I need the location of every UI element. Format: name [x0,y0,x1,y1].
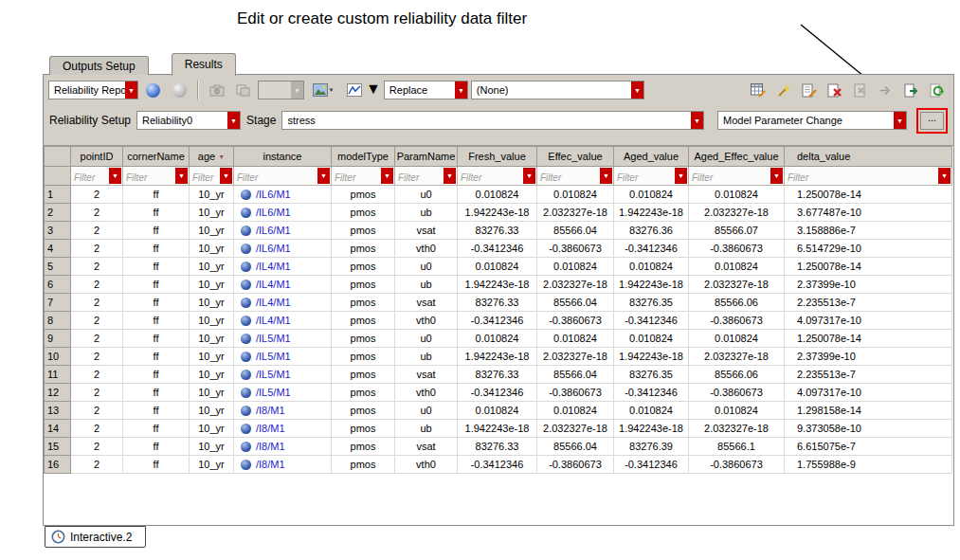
report-type-value[interactable]: Reliability Report [49,81,125,99]
instance-link[interactable]: /IL4/M1 [256,261,291,272]
cell-instance[interactable]: /IL4/M1 [234,258,332,276]
cell-instance[interactable]: /IL4/M1 [234,312,332,330]
filter-dropdown-icon-instance[interactable]: ▼ [317,168,330,184]
cell-instance[interactable]: /IL5/M1 [234,384,332,402]
plot-target-value[interactable]: (None) [472,81,631,99]
instance-link[interactable]: /I8/M1 [256,459,285,470]
cell-cornerName[interactable]: ff [123,420,190,438]
cell-ParamName[interactable]: ub [395,276,458,294]
filter-dropdown-icon-age[interactable]: ▼ [220,168,232,184]
cell-Effec_value[interactable]: 0.010824 [537,402,614,420]
cell-pointID[interactable]: 2 [71,420,123,438]
cell-modelType[interactable]: pmos [332,294,395,312]
cell-Aged_Effec_value[interactable]: -0.3860673 [689,384,785,402]
filter-dropdown-icon-Fresh_value[interactable]: ▼ [523,168,535,184]
filter-dropdown-icon-pointID[interactable]: ▼ [109,168,121,184]
cell-Aged_value[interactable]: -0.3412346 [614,240,689,258]
stop-button[interactable] [168,80,191,101]
instance-link[interactable]: /IL5/M1 [256,333,291,344]
row-number[interactable]: 2 [45,204,71,222]
cell-Effec_value[interactable]: 0.010824 [537,330,614,348]
cell-modelType[interactable]: pmos [332,222,395,240]
cell-modelType[interactable]: pmos [332,348,395,366]
cell-instance[interactable]: /IL4/M1 [234,294,332,312]
cell-Effec_value[interactable]: 2.032327e-18 [537,348,614,366]
instance-link[interactable]: /IL5/M1 [256,369,291,380]
cell-age[interactable]: 10_yr [190,438,234,456]
cell-instance[interactable]: /I8/M1 [234,420,332,438]
cell-cornerName[interactable]: ff [123,240,190,258]
cell-modelType[interactable]: pmos [332,384,395,402]
cell-instance[interactable]: /IL6/M1 [234,222,332,240]
plot-button[interactable] [342,80,366,101]
cell-Aged_Effec_value[interactable]: -0.3860673 [689,312,785,330]
cell-delta_value[interactable]: 2.235513e-7 [785,366,952,384]
cell-Aged_Effec_value[interactable]: -0.3860673 [689,456,785,474]
cell-Fresh_value[interactable]: -0.3412346 [458,312,537,330]
column-header-pointID[interactable]: pointID [71,147,123,167]
cell-Aged_value[interactable]: 83276.35 [614,294,689,312]
filter-cell-modelType[interactable]: Filter▼ [332,167,395,186]
column-header-modelType[interactable]: modelType [332,147,395,167]
cell-Aged_value[interactable]: -0.3412346 [614,456,689,474]
cell-Fresh_value[interactable]: 83276.33 [458,294,537,312]
cell-instance[interactable]: /IL5/M1 [234,366,332,384]
cell-Aged_Effec_value[interactable]: 0.010824 [689,258,785,276]
cell-age[interactable]: 10_yr [190,330,234,348]
cell-modelType[interactable]: pmos [332,456,395,474]
instance-link[interactable]: /I8/M1 [256,423,285,434]
cell-Effec_value[interactable]: 2.032327e-18 [537,204,614,222]
cell-Fresh_value[interactable]: 1.942243e-18 [458,204,537,222]
filter-dropdown-icon-cornerName[interactable]: ▼ [175,168,188,184]
cell-instance[interactable]: /IL6/M1 [234,240,332,258]
row-number[interactable]: 10 [45,348,71,366]
cell-cornerName[interactable]: ff [123,186,190,204]
cell-ParamName[interactable]: ub [395,204,458,222]
cell-Fresh_value[interactable]: 0.010824 [458,330,537,348]
cell-instance[interactable]: /IL5/M1 [234,348,332,366]
column-header-Effec_value[interactable]: Effec_value [537,147,614,167]
instance-link[interactable]: /IL4/M1 [256,315,291,326]
row-number[interactable]: 7 [45,294,71,312]
cell-delta_value[interactable]: 1.250078e-14 [785,186,952,204]
instance-link[interactable]: /IL6/M1 [256,189,291,200]
cell-cornerName[interactable]: ff [123,348,190,366]
cell-Fresh_value[interactable]: 0.010824 [458,402,537,420]
cell-age[interactable]: 10_yr [190,366,234,384]
filter-cell-cornerName[interactable]: Filter▼ [123,167,190,186]
reliability-setup-value[interactable]: Reliability0 [137,112,227,129]
instance-link[interactable]: /IL6/M1 [256,225,291,236]
cell-cornerName[interactable]: ff [123,438,190,456]
cell-delta_value[interactable]: 3.158886e-7 [785,222,952,240]
row-number[interactable]: 15 [45,438,71,456]
cell-delta_value[interactable]: 6.615075e-7 [785,438,952,456]
cell-Aged_value[interactable]: 1.942243e-18 [614,420,689,438]
cell-ParamName[interactable]: u0 [395,258,458,276]
cell-Aged_value[interactable]: 1.942243e-18 [614,276,689,294]
cell-modelType[interactable]: pmos [332,438,395,456]
cell-ParamName[interactable]: u0 [395,330,458,348]
cell-modelType[interactable]: pmos [332,402,395,420]
row-number[interactable]: 9 [45,330,71,348]
cell-modelType[interactable]: pmos [332,366,395,384]
cell-Aged_Effec_value[interactable]: 0.010824 [689,402,785,420]
column-header-ParamName[interactable]: ParamName [395,147,458,167]
row-number[interactable]: 1 [45,186,71,204]
cell-age[interactable]: 10_yr [190,348,234,366]
column-header-cornerName[interactable]: cornerName [123,147,190,167]
cell-Aged_Effec_value[interactable]: 2.032327e-18 [689,204,785,222]
cell-ParamName[interactable]: vth0 [395,456,458,474]
cell-age[interactable]: 10_yr [190,384,234,402]
filter-dropdown-icon-ParamName[interactable]: ▼ [444,168,456,184]
instance-link[interactable]: /IL5/M1 [256,351,291,362]
cell-age[interactable]: 10_yr [190,312,234,330]
cell-pointID[interactable]: 2 [71,222,123,240]
stage-value[interactable]: stress [282,112,691,129]
cell-modelType[interactable]: pmos [332,204,395,222]
cell-instance[interactable]: /IL6/M1 [234,186,332,204]
cell-ParamName[interactable]: u0 [395,402,458,420]
cell-cornerName[interactable]: ff [123,384,190,402]
cell-pointID[interactable]: 2 [71,276,123,294]
cell-age[interactable]: 10_yr [190,420,234,438]
row-number[interactable]: 16 [45,456,71,474]
